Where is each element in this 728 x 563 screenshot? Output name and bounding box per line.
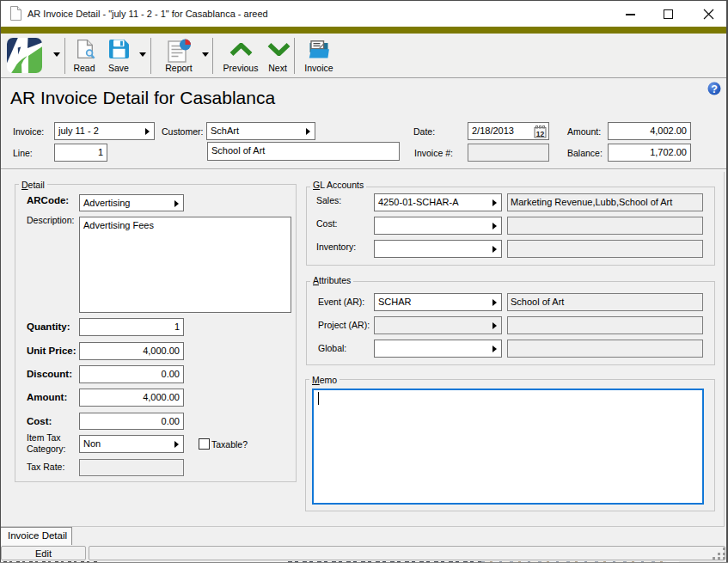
svg-text:12: 12 (536, 130, 545, 138)
svg-text:?: ? (711, 83, 718, 95)
